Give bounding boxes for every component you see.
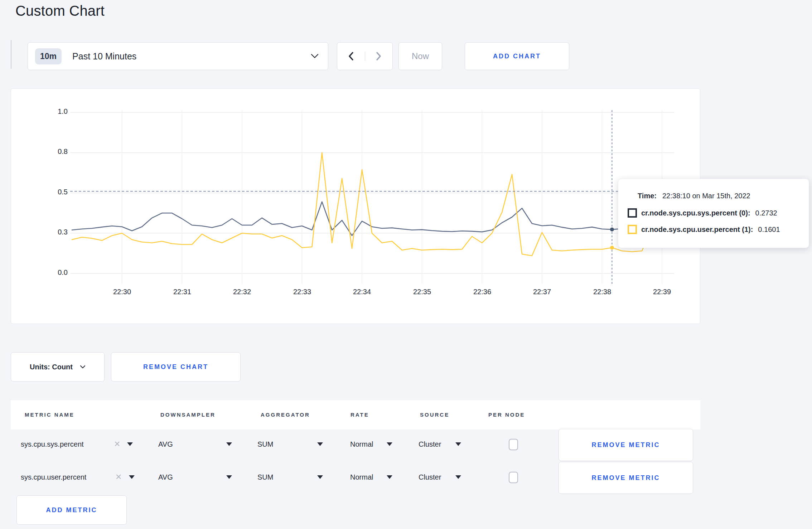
chart-card: 1.0 0.8 0.5 0.3 0.0 22:30 22:31 22:32 22… xyxy=(11,88,700,324)
per-node-checkbox[interactable] xyxy=(509,472,518,483)
chevron-down-icon xyxy=(80,365,86,369)
remove-metric-button[interactable]: REMOVE METRIC xyxy=(559,429,693,461)
chevron-left-icon xyxy=(348,52,354,61)
x-axis-tick: 22:35 xyxy=(407,288,437,296)
column-header-rate: RATE xyxy=(351,412,369,418)
x-axis-tick: 22:36 xyxy=(467,288,497,296)
sys-series-swatch-icon xyxy=(628,208,637,218)
remove-chart-button[interactable]: REMOVE CHART xyxy=(111,352,241,382)
y-axis-tick: 0.0 xyxy=(45,268,68,277)
rate-select[interactable]: Normal xyxy=(350,440,373,448)
tooltip-time-label: Time: xyxy=(638,192,657,200)
column-header-metric-name: METRIC NAME xyxy=(25,412,74,418)
chevron-right-icon xyxy=(376,52,382,61)
metric-name-value[interactable]: sys.cpu.sys.percent xyxy=(21,440,84,448)
remove-metric-button[interactable]: REMOVE METRIC xyxy=(559,462,693,494)
x-axis-tick: 22:38 xyxy=(587,288,617,296)
add-chart-button[interactable]: ADD CHART xyxy=(465,42,569,70)
close-icon[interactable]: ✕ xyxy=(114,440,120,449)
units-dropdown[interactable]: Units: Count xyxy=(11,352,105,382)
x-axis-tick: 22:37 xyxy=(527,288,557,296)
time-range-label: Past 10 Minutes xyxy=(72,51,136,62)
next-time-button[interactable] xyxy=(365,52,393,61)
column-header-per-node: PER NODE xyxy=(488,412,525,418)
custom-chart-page: Custom Chart 10m Past 10 Minutes Now ADD… xyxy=(0,0,812,529)
tooltip-time-row: Time:22:38:10 on Mar 15th, 2022 xyxy=(638,192,750,200)
per-node-checkbox[interactable] xyxy=(509,439,518,450)
chevron-down-icon xyxy=(311,54,319,59)
caret-down-icon[interactable] xyxy=(127,442,133,446)
caret-down-icon[interactable] xyxy=(455,475,461,479)
x-axis-tick: 22:30 xyxy=(107,288,137,296)
rate-select[interactable]: Normal xyxy=(350,473,373,481)
time-range-badge: 10m xyxy=(35,48,62,64)
x-axis-tick: 22:32 xyxy=(227,288,257,296)
time-range-dropdown[interactable]: 10m Past 10 Minutes xyxy=(28,42,328,70)
x-axis-tick: 22:39 xyxy=(647,288,677,296)
units-label: Units: Count xyxy=(30,363,73,371)
x-axis-tick: 22:31 xyxy=(167,288,197,296)
source-select[interactable]: Cluster xyxy=(419,440,441,448)
tooltip-series-row: cr.node.sys.cpu.user.percent (1): 0.1601 xyxy=(628,225,780,234)
aggregator-select[interactable]: SUM xyxy=(257,440,273,448)
tooltip-series-value: 0.2732 xyxy=(755,209,777,217)
caret-down-icon[interactable] xyxy=(129,475,135,479)
source-select[interactable]: Cluster xyxy=(419,473,441,481)
column-header-aggregator: AGGREGATOR xyxy=(261,412,310,418)
close-icon[interactable]: ✕ xyxy=(115,472,122,482)
caret-down-icon[interactable] xyxy=(387,442,392,446)
x-axis-tick: 22:33 xyxy=(287,288,317,296)
column-header-source: SOURCE xyxy=(420,412,449,418)
metric-name-value[interactable]: sys.cpu.user.percent xyxy=(21,473,86,481)
caret-down-icon[interactable] xyxy=(317,475,323,479)
caret-down-icon[interactable] xyxy=(317,442,323,446)
page-title: Custom Chart xyxy=(15,3,105,19)
time-step-button-group xyxy=(337,42,393,70)
caret-down-icon[interactable] xyxy=(226,442,232,446)
tooltip-series-label: cr.node.sys.cpu.user.percent (1): xyxy=(641,225,753,234)
aggregator-select[interactable]: SUM xyxy=(257,473,273,481)
y-axis-tick: 0.3 xyxy=(45,228,68,236)
column-header-downsampler: DOWNSAMPLER xyxy=(160,412,216,418)
caret-down-icon[interactable] xyxy=(226,475,232,479)
user-series-swatch-icon xyxy=(628,225,637,234)
y-axis-tick: 1.0 xyxy=(45,107,68,116)
now-button[interactable]: Now xyxy=(398,42,442,70)
x-axis-tick: 22:34 xyxy=(347,288,377,296)
previous-time-button[interactable] xyxy=(337,52,365,61)
toolbar-divider xyxy=(11,40,11,69)
tooltip-time-value: 22:38:10 on Mar 15th, 2022 xyxy=(662,192,750,200)
chart-hover-tooltip: Time:22:38:10 on Mar 15th, 2022 cr.node.… xyxy=(618,179,809,248)
downsampler-select[interactable]: AVG xyxy=(158,473,173,481)
y-axis-tick: 0.8 xyxy=(45,147,68,156)
downsampler-select[interactable]: AVG xyxy=(158,440,173,448)
y-axis-tick: 0.5 xyxy=(45,188,68,196)
caret-down-icon[interactable] xyxy=(387,475,392,479)
tooltip-series-label: cr.node.sys.cpu.sys.percent (0): xyxy=(641,209,750,217)
add-metric-button[interactable]: ADD METRIC xyxy=(16,495,127,525)
tooltip-series-row: cr.node.sys.cpu.sys.percent (0): 0.2732 xyxy=(628,208,777,218)
caret-down-icon[interactable] xyxy=(455,442,461,446)
tooltip-series-value: 0.1601 xyxy=(758,225,780,234)
